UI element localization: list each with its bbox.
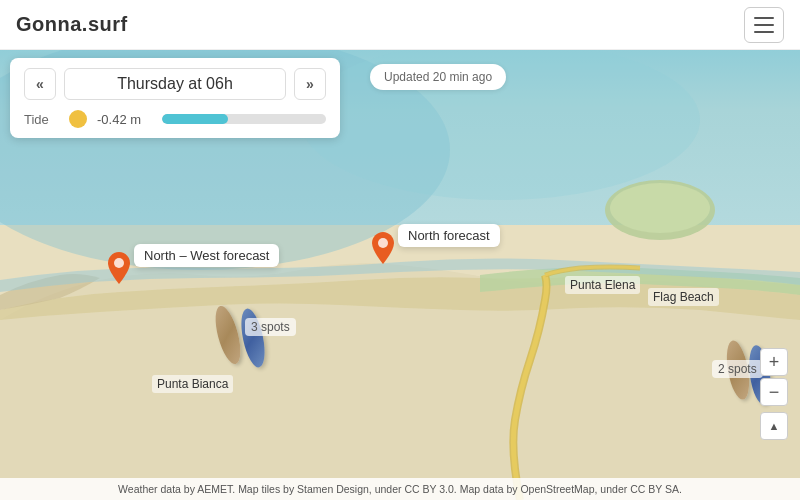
compass-icon: ▲ [769, 420, 780, 432]
hamburger-line-3 [754, 31, 774, 33]
svg-point-5 [378, 238, 388, 248]
pin-north-icon [372, 232, 394, 264]
attribution-text: Weather data by AEMET. Map tiles by Stam… [118, 483, 682, 495]
time-control-row: « Thursday at 06h » [24, 68, 326, 100]
tide-value: -0.42 m [97, 112, 152, 127]
spots-label-n: 2 spots [712, 360, 763, 378]
zoom-out-button[interactable]: − [760, 378, 788, 406]
update-badge: Updated 20 min ago [370, 64, 506, 90]
surfboard-2 [243, 308, 263, 368]
location-punta-bianca: Punta Bianca [152, 375, 233, 393]
prev-time-button[interactable]: « [24, 68, 56, 100]
tide-icon [69, 110, 87, 128]
hamburger-line-1 [754, 17, 774, 19]
svg-point-3 [610, 183, 710, 233]
spots-label-nw: 3 spots [245, 318, 296, 336]
pin-northwest-icon [108, 252, 130, 284]
pin-north[interactable]: North forecast [372, 232, 394, 264]
zoom-controls: + − ▲ [760, 348, 788, 440]
hamburger-line-2 [754, 24, 774, 26]
location-punta-elena: Punta Elena [565, 276, 640, 294]
hamburger-button[interactable] [744, 7, 784, 43]
tide-bar-container [162, 114, 326, 124]
location-flag-beach: Flag Beach [648, 288, 719, 306]
next-time-button[interactable]: » [294, 68, 326, 100]
tide-bar-fill [162, 114, 228, 124]
tide-row: Tide -0.42 m [24, 110, 326, 128]
tide-label: Tide [24, 112, 59, 127]
compass-button[interactable]: ▲ [760, 412, 788, 440]
pin-northwest[interactable]: North – West forecast [108, 252, 130, 284]
brand-logo: Gonna.surf [16, 13, 128, 36]
svg-point-1 [300, 40, 700, 200]
navbar: Gonna.surf [0, 0, 800, 50]
time-display: Thursday at 06h [64, 68, 286, 100]
pin-northwest-label: North – West forecast [134, 244, 279, 267]
pin-north-label: North forecast [398, 224, 500, 247]
update-text: Updated 20 min ago [384, 70, 492, 84]
zoom-in-button[interactable]: + [760, 348, 788, 376]
attribution-bar: Weather data by AEMET. Map tiles by Stam… [0, 478, 800, 500]
surfboard-1 [218, 305, 238, 365]
time-panel: « Thursday at 06h » Tide -0.42 m [10, 58, 340, 138]
svg-point-4 [114, 258, 124, 268]
